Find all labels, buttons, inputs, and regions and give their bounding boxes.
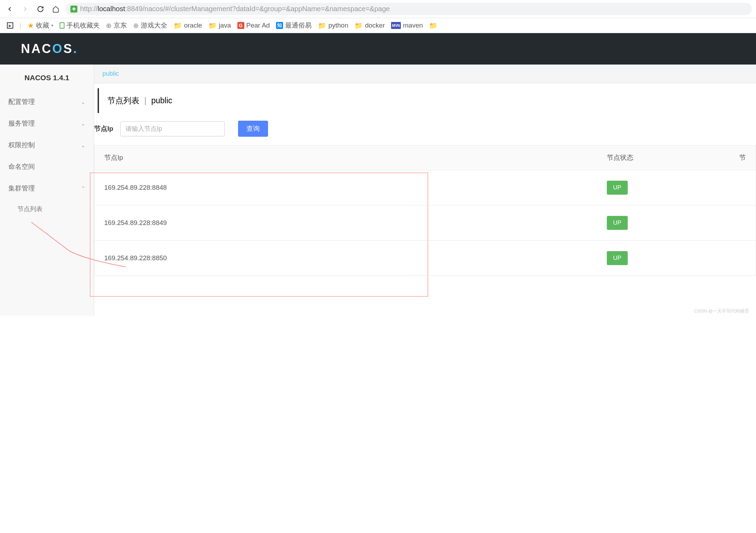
- sidebar-subitem-nodelist[interactable]: 节点列表: [0, 199, 94, 219]
- bookmark-mobile[interactable]: 手机收藏夹: [60, 21, 100, 30]
- globe-icon: ⊕: [133, 22, 139, 30]
- th-node-ip: 节点Ip: [94, 145, 597, 170]
- folder-icon: 📁: [354, 22, 363, 30]
- cell-node-ip: 169.254.89.228:8849: [94, 205, 597, 241]
- page-title-namespace: public: [151, 96, 172, 105]
- maven-icon: MVN: [391, 22, 401, 29]
- sidebar: NACOS 1.4.1 配置管理 ⌄ 服务管理 ⌄ 权限控制 ⌄ 命名空间 集群…: [0, 65, 94, 316]
- folder-icon: 📁: [174, 22, 182, 30]
- th-node-status: 节点状态: [597, 145, 730, 170]
- url-host: localhost: [98, 5, 125, 13]
- chevron-down-icon: ⌄: [81, 99, 85, 105]
- folder-icon: 📁: [208, 22, 217, 30]
- status-badge: UP: [607, 251, 628, 265]
- chevron-down-icon: ⌄: [81, 142, 85, 149]
- search-label: 节点Ip: [94, 124, 113, 133]
- browser-toolbar: ✚ http://localhost:8849/nacos/#/clusterM…: [0, 0, 756, 18]
- sidebar-item-config[interactable]: 配置管理 ⌄: [0, 91, 94, 113]
- bookmark-maven[interactable]: MVNmaven: [391, 22, 423, 29]
- bookmark-favorites[interactable]: ★收藏▾: [28, 21, 53, 30]
- star-icon: ★: [28, 21, 34, 30]
- home-button[interactable]: [50, 3, 61, 15]
- cell-node-status: UP: [597, 205, 730, 241]
- sidebar-item-auth[interactable]: 权限控制 ⌄: [0, 134, 94, 156]
- bookmark-pear[interactable]: GPear Ad: [237, 22, 270, 29]
- status-badge: UP: [607, 216, 628, 230]
- pear-icon: G: [237, 22, 244, 29]
- back-button[interactable]: [4, 3, 15, 15]
- bookmarks-bar: ▶ | ★收藏▾ 手机收藏夹 ⊕京东 ⊕游戏大全 📁oracle 📁java G…: [0, 18, 756, 33]
- nacos-logo: NACOS.: [21, 42, 735, 56]
- table-row: 169.254.89.228:8848 UP: [94, 170, 756, 205]
- cell-node-ip: 169.254.89.228:8848: [94, 170, 597, 205]
- globe-icon: ⊕: [106, 22, 112, 30]
- status-badge: UP: [607, 181, 628, 195]
- nacos-header: NACOS.: [0, 33, 756, 65]
- sidebar-version: NACOS 1.4.1: [0, 65, 94, 91]
- shield-icon: ✚: [70, 6, 77, 13]
- namespace-tabs: public: [94, 65, 756, 83]
- bookmark-oracle[interactable]: 📁oracle: [174, 22, 202, 30]
- chevron-down-icon: ▾: [51, 23, 53, 28]
- page-title: 节点列表: [107, 95, 139, 106]
- cell-extra: [730, 205, 756, 241]
- cell-extra: [730, 241, 756, 276]
- url-path: :8849/nacos/#/clusterManagement?dataId=&…: [125, 5, 390, 13]
- bookmark-java[interactable]: 📁java: [208, 22, 231, 30]
- main-container: NACOS 1.4.1 配置管理 ⌄ 服务管理 ⌄ 权限控制 ⌄ 命名空间 集群…: [0, 65, 756, 316]
- forward-button[interactable]: [20, 3, 31, 15]
- bookmark-games[interactable]: ⊕游戏大全: [133, 21, 167, 30]
- bookmark-more[interactable]: 📁: [429, 22, 437, 30]
- sidebar-item-namespace[interactable]: 命名空间: [0, 156, 94, 178]
- search-button[interactable]: 查询: [238, 121, 268, 137]
- title-separator: |: [144, 96, 146, 105]
- cell-extra: [730, 170, 756, 205]
- bookmark-python[interactable]: 📁python: [318, 22, 348, 30]
- table-row: 169.254.89.228:8849 UP: [94, 205, 756, 241]
- content-area: public 节点列表 | public 节点Ip 查询 节点Ip 节点状态 节…: [94, 65, 756, 316]
- bookmark-docker[interactable]: 📁docker: [354, 22, 385, 30]
- watermark: CSDN @一天不写代码难受: [694, 308, 749, 314]
- node-ip-input[interactable]: [120, 121, 225, 136]
- cell-node-status: UP: [597, 241, 730, 276]
- speed-dial-icon[interactable]: ▶: [7, 22, 13, 29]
- reload-button[interactable]: [35, 3, 46, 15]
- sidebar-item-cluster[interactable]: 集群管理 ⌃: [0, 178, 94, 199]
- chevron-down-icon: ⌄: [81, 120, 85, 127]
- bookmark-tongsu[interactable]: 知最通俗易: [276, 21, 312, 30]
- bookmark-jd[interactable]: ⊕京东: [106, 21, 127, 30]
- search-bar: 节点Ip 查询: [94, 118, 756, 145]
- url-prefix: http://: [80, 5, 98, 13]
- phone-icon: [60, 22, 64, 29]
- sidebar-item-service[interactable]: 服务管理 ⌄: [0, 113, 94, 134]
- namespace-tab-public[interactable]: public: [102, 70, 119, 77]
- table-row: 169.254.89.228:8850 UP: [94, 241, 756, 276]
- url-bar[interactable]: ✚ http://localhost:8849/nacos/#/clusterM…: [66, 3, 752, 15]
- folder-icon: 📁: [429, 22, 437, 30]
- chevron-up-icon: ⌃: [81, 185, 85, 192]
- page-title-bar: 节点列表 | public: [98, 88, 756, 113]
- th-extra: 节: [730, 145, 756, 170]
- cell-node-status: UP: [597, 170, 730, 205]
- zhi-icon: 知: [276, 22, 283, 29]
- node-table: 节点Ip 节点状态 节 169.254.89.228:8848 UP 169.2…: [94, 145, 756, 276]
- folder-icon: 📁: [318, 22, 326, 30]
- cell-node-ip: 169.254.89.228:8850: [94, 241, 597, 276]
